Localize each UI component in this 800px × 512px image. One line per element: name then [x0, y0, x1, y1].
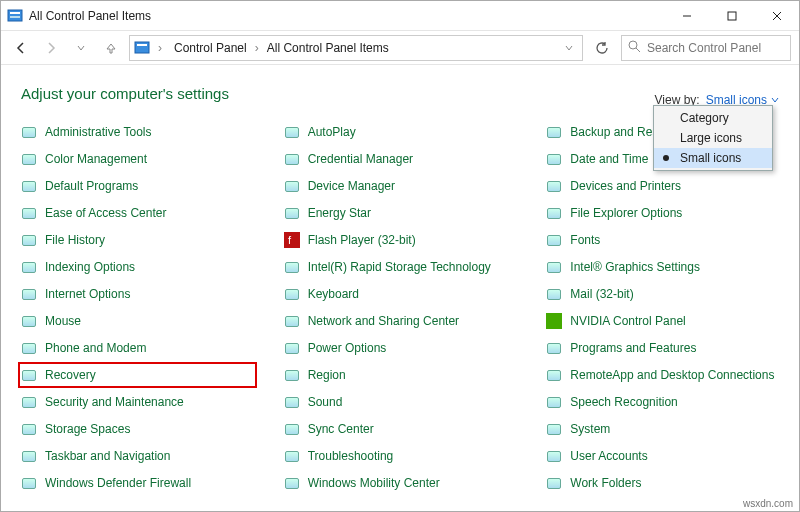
back-button[interactable]	[9, 36, 33, 60]
chevron-right-icon[interactable]: ›	[253, 41, 261, 55]
item-remoteapp[interactable]: RemoteApp and Desktop Connections	[546, 365, 779, 385]
tools-icon	[21, 124, 37, 140]
svg-line-10	[636, 48, 640, 52]
item-color-management[interactable]: Color Management	[21, 149, 254, 169]
item-flash-player[interactable]: fFlash Player (32-bit)	[284, 230, 517, 250]
recent-locations-button[interactable]	[69, 36, 93, 60]
item-credential-manager[interactable]: Credential Manager	[284, 149, 517, 169]
fonts-icon	[546, 232, 562, 248]
storage-icon	[21, 421, 37, 437]
item-administrative-tools[interactable]: Administrative Tools	[21, 122, 254, 142]
system-icon	[546, 421, 562, 437]
svg-rect-0	[8, 10, 22, 21]
item-region[interactable]: Region	[284, 365, 517, 385]
item-indexing-options[interactable]: Indexing Options	[21, 257, 254, 277]
maximize-button[interactable]	[709, 1, 754, 31]
search-icon	[628, 40, 641, 56]
item-troubleshooting[interactable]: Troubleshooting	[284, 446, 517, 466]
item-system[interactable]: System	[546, 419, 779, 439]
flash-icon: f	[284, 232, 300, 248]
troubleshooting-icon	[284, 448, 300, 464]
forward-button[interactable]	[39, 36, 63, 60]
item-intel-rst[interactable]: Intel(R) Rapid Storage Technology	[284, 257, 517, 277]
programs-icon	[546, 340, 562, 356]
item-default-programs[interactable]: Default Programs	[21, 176, 254, 196]
search-placeholder: Search Control Panel	[647, 41, 761, 55]
item-ease-of-access-center[interactable]: Ease of Access Center	[21, 203, 254, 223]
svg-rect-2	[10, 16, 20, 18]
item-mouse[interactable]: Mouse	[21, 311, 254, 331]
backup-icon	[546, 124, 562, 140]
item-phone-modem[interactable]: Phone and Modem	[21, 338, 254, 358]
breadcrumb-current[interactable]: All Control Panel Items	[263, 39, 393, 57]
item-network-sharing-center[interactable]: Network and Sharing Center	[284, 311, 517, 331]
search-box[interactable]: Search Control Panel	[621, 35, 791, 61]
item-recovery[interactable]: Recovery	[21, 365, 254, 385]
firewall-icon	[21, 475, 37, 491]
item-fonts[interactable]: Fonts	[546, 230, 779, 250]
item-energy-star[interactable]: Energy Star	[284, 203, 517, 223]
item-keyboard[interactable]: Keyboard	[284, 284, 517, 304]
mobility-icon	[284, 475, 300, 491]
item-autoplay[interactable]: AutoPlay	[284, 122, 517, 142]
titlebar-left: All Control Panel Items	[1, 8, 151, 24]
taskbar-icon	[21, 448, 37, 464]
item-power-options[interactable]: Power Options	[284, 338, 517, 358]
phone-icon	[21, 340, 37, 356]
item-work-folders[interactable]: Work Folders	[546, 473, 779, 493]
address-dropdown-button[interactable]	[560, 43, 578, 53]
refresh-button[interactable]	[589, 35, 615, 61]
control-panel-icon	[134, 40, 150, 56]
folder-options-icon	[546, 205, 562, 221]
close-button[interactable]	[754, 1, 799, 31]
svg-point-9	[629, 41, 637, 49]
view-by-option-large-icons[interactable]: Large icons	[654, 128, 772, 148]
item-windows-mobility-center[interactable]: Windows Mobility Center	[284, 473, 517, 493]
item-sound[interactable]: Sound	[284, 392, 517, 412]
printer-icon	[546, 178, 562, 194]
item-windows-defender-firewall[interactable]: Windows Defender Firewall	[21, 473, 254, 493]
indexing-icon	[21, 259, 37, 275]
svg-rect-8	[137, 44, 147, 46]
default-programs-icon	[21, 178, 37, 194]
item-mail[interactable]: Mail (32-bit)	[546, 284, 779, 304]
chevron-down-icon	[771, 96, 779, 104]
svg-rect-7	[135, 42, 149, 53]
item-speech-recognition[interactable]: Speech Recognition	[546, 392, 779, 412]
item-nvidia-control-panel[interactable]: NVIDIA Control Panel	[546, 311, 779, 331]
power-icon	[284, 340, 300, 356]
item-devices-and-printers[interactable]: Devices and Printers	[546, 176, 779, 196]
sound-icon	[284, 394, 300, 410]
view-by-option-small-icons[interactable]: Small icons	[654, 148, 772, 168]
internet-icon	[21, 286, 37, 302]
item-security-maintenance[interactable]: Security and Maintenance	[21, 392, 254, 412]
page-title: Adjust your computer's settings	[21, 85, 229, 102]
item-device-manager[interactable]: Device Manager	[284, 176, 517, 196]
chevron-right-icon[interactable]: ›	[156, 41, 164, 55]
autoplay-icon	[284, 124, 300, 140]
minimize-button[interactable]	[664, 1, 709, 31]
item-file-explorer-options[interactable]: File Explorer Options	[546, 203, 779, 223]
energy-icon	[284, 205, 300, 221]
address-bar[interactable]: › Control Panel › All Control Panel Item…	[129, 35, 583, 61]
item-file-history[interactable]: File History	[21, 230, 254, 250]
recovery-icon	[21, 367, 37, 383]
svg-rect-13	[546, 313, 562, 329]
item-storage-spaces[interactable]: Storage Spaces	[21, 419, 254, 439]
item-user-accounts[interactable]: User Accounts	[546, 446, 779, 466]
svg-rect-4	[728, 12, 736, 20]
item-internet-options[interactable]: Internet Options	[21, 284, 254, 304]
network-icon	[284, 313, 300, 329]
item-taskbar-navigation[interactable]: Taskbar and Navigation	[21, 446, 254, 466]
item-intel-graphics[interactable]: Intel® Graphics Settings	[546, 257, 779, 277]
item-programs-features[interactable]: Programs and Features	[546, 338, 779, 358]
up-button[interactable]	[99, 36, 123, 60]
selected-dot-icon	[663, 155, 669, 161]
navbar: › Control Panel › All Control Panel Item…	[1, 31, 799, 65]
item-sync-center[interactable]: Sync Center	[284, 419, 517, 439]
window-title: All Control Panel Items	[29, 9, 151, 23]
credential-icon	[284, 151, 300, 167]
view-by-option-category[interactable]: Category	[654, 108, 772, 128]
device-manager-icon	[284, 178, 300, 194]
breadcrumb-root[interactable]: Control Panel	[170, 39, 251, 57]
